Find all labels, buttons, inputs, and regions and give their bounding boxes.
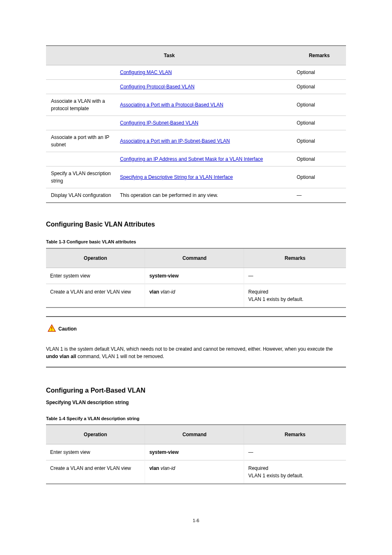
col-remarks: Remarks bbox=[244, 425, 346, 444]
document-page: Task Remarks Configuring MAC VLAN Option… bbox=[0, 0, 392, 549]
link-mac-vlan[interactable]: Configuring MAC VLAN bbox=[120, 69, 172, 75]
table-caption: Table 1-4 Specify a VLAN description str… bbox=[46, 415, 346, 422]
link-assoc-port-ipsubnet[interactable]: Associating a Port with an IP-Subnet-Bas… bbox=[120, 138, 230, 144]
svg-rect-2 bbox=[51, 330, 52, 331]
link-config-ip-mask[interactable]: Configuring an IP Address and Subnet Mas… bbox=[120, 156, 263, 162]
table-row: Configuring Protocol-Based VLAN Optional bbox=[46, 80, 346, 94]
caution-title: Caution bbox=[58, 325, 77, 333]
table-row: Configuring an IP Address and Subnet Mas… bbox=[46, 152, 346, 166]
col-command: Command bbox=[145, 425, 244, 444]
table-row: Associate a port with an IP subnet Assoc… bbox=[46, 130, 346, 152]
task-remarks-table: Task Remarks Configuring MAC VLAN Option… bbox=[46, 45, 346, 203]
link-desc-string[interactable]: Specifying a Descriptive String for a VL… bbox=[120, 174, 233, 180]
col-remarks: Remarks bbox=[244, 248, 346, 268]
caution-text: VLAN 1 is the system default VLAN, which… bbox=[46, 345, 346, 360]
section-heading: Configuring Basic VLAN Attributes bbox=[46, 220, 346, 229]
caution-block: Caution VLAN 1 is the system default VLA… bbox=[46, 316, 346, 368]
link-assoc-port-protocol[interactable]: Associating a Port with a Protocol-Based… bbox=[120, 102, 223, 108]
table-row: Create a VLAN and enter VLAN view vlan v… bbox=[46, 460, 346, 484]
col-remarks: Remarks bbox=[293, 46, 346, 65]
col-operation: Operation bbox=[46, 425, 145, 444]
table-row: Create a VLAN and enter VLAN view vlan v… bbox=[46, 284, 346, 308]
table-row: Enter system view system-view — bbox=[46, 268, 346, 284]
col-operation: Operation bbox=[46, 248, 145, 268]
port-based-vlan-table: Operation Command Remarks Enter system v… bbox=[46, 424, 346, 484]
table-row: Associate a VLAN with a protocol templat… bbox=[46, 94, 346, 116]
table-row: Configuring MAC VLAN Optional bbox=[46, 65, 346, 80]
caution-icon bbox=[48, 324, 56, 334]
table-caption: Table 1-3 Configure basic VLAN attribute… bbox=[46, 238, 346, 245]
col-command: Command bbox=[145, 248, 244, 268]
svg-rect-1 bbox=[51, 326, 52, 329]
table-row: Display VLAN configuration This operatio… bbox=[46, 188, 346, 203]
table-row: Specify a VLAN description string Specif… bbox=[46, 166, 346, 188]
link-protocol-vlan[interactable]: Configuring Protocol-Based VLAN bbox=[120, 84, 194, 90]
page-number: 1-6 bbox=[46, 517, 346, 524]
link-ip-subnet-vlan[interactable]: Configuring IP-Subnet-Based VLAN bbox=[120, 120, 198, 126]
basic-vlan-attr-table: Operation Command Remarks Enter system v… bbox=[46, 248, 346, 308]
section-heading: Configuring a Port-Based VLAN bbox=[46, 386, 346, 395]
col-task: Task bbox=[46, 46, 293, 65]
table-row: Enter system view system-view — bbox=[46, 444, 346, 460]
table-row: Configuring IP-Subnet-Based VLAN Optiona… bbox=[46, 116, 346, 130]
subsection-heading: Specifying VLAN description string bbox=[46, 399, 346, 406]
